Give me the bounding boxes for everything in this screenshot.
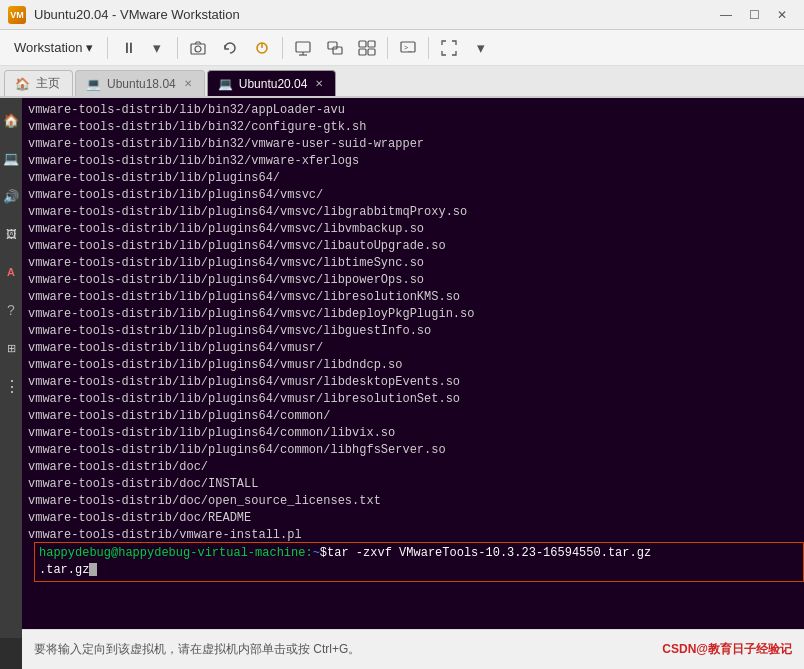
fullscreen-button[interactable] [435,34,463,62]
terminal-line: vmware-tools-distrib/lib/plugins64/vmsvc… [28,221,798,238]
sidebar: 🏠 💻 🔊 🖼 A ? ⊞ ⋮ [0,98,22,638]
menu-separator-2 [177,37,178,59]
unity-button[interactable]: ▾ [467,34,495,62]
prompt-symbol: $ [320,545,327,562]
status-bar: 要将输入定向到该虚拟机，请在虚拟机内部单击或按 Ctrl+G。 CSDN@教育日… [22,629,804,669]
vm-icon-2 [326,39,344,57]
menu-separator-4 [387,37,388,59]
tab-ubuntu20[interactable]: 💻 Ubuntu20.04 ✕ [207,70,337,96]
svg-rect-10 [368,41,375,47]
prompt-box: happydebug@happydebug-virtual-machine:~$… [34,542,804,582]
tab-home-icon: 🏠 [15,77,30,91]
minimize-button[interactable]: — [712,5,740,25]
workstation-chevron: ▾ [86,40,93,55]
status-text: 要将输入定向到该虚拟机，请在虚拟机内部单击或按 Ctrl+G。 [34,641,662,658]
terminal-line: vmware-tools-distrib/lib/plugins64/vmusr… [28,357,798,374]
vm-icon-3 [358,39,376,57]
prompt-dir: ~ [313,545,320,562]
status-brand[interactable]: CSDN@教育日子经验记 [662,641,792,658]
terminal-line: vmware-tools-distrib/lib/plugins64/vmusr… [28,340,798,357]
console-icon: >_ [399,39,417,57]
terminal-line: vmware-tools-distrib/lib/plugins64/vmsvc… [28,187,798,204]
tab-home[interactable]: 🏠 主页 [4,70,73,96]
terminal-line: vmware-tools-distrib/doc/README [28,510,798,527]
close-button[interactable]: ✕ [768,5,796,25]
prompt-user: happydebug@happydebug-virtual-machine [39,545,305,562]
toolbar-group-media: ⏸ ▾ [114,34,171,62]
terminal-line: vmware-tools-distrib/lib/plugins64/vmsvc… [28,255,798,272]
svg-rect-11 [359,49,366,55]
menu-separator-5 [428,37,429,59]
vm-button-1[interactable] [289,34,317,62]
terminal-line: vmware-tools-distrib/lib/plugins64/vmusr… [28,391,798,408]
prompt-cmd: tar -zxvf VMwareTools-10.3.23-16594550.t… [327,545,651,562]
snapshot-icon [189,39,207,57]
power-button[interactable] [248,34,276,62]
app-icon: VM [8,6,26,24]
terminal-line: vmware-tools-distrib/lib/plugins64/commo… [28,408,798,425]
tab-ubuntu20-label: Ubuntu20.04 [239,77,308,91]
vm-icon-1 [294,39,312,57]
svg-text:>_: >_ [404,44,412,52]
fullscreen-icon [440,39,458,57]
terminal-line: vmware-tools-distrib/lib/plugins64/vmsvc… [28,238,798,255]
tab-ubuntu18-close[interactable]: ✕ [184,78,192,89]
tab-ubuntu20-close[interactable]: ✕ [315,78,323,89]
prompt-sep: : [305,545,312,562]
tab-ubuntu20-icon: 💻 [218,77,233,91]
terminal-line: vmware-tools-distrib/doc/open_source_lic… [28,493,798,510]
sidebar-image[interactable]: 🖼 [1,216,21,252]
terminal-line: vmware-tools-distrib/lib/plugins64/ [28,170,798,187]
svg-rect-9 [359,41,366,47]
workstation-menu[interactable]: Workstation ▾ [6,36,101,59]
svg-rect-12 [368,49,375,55]
snapshot-button[interactable] [184,34,212,62]
sidebar-vm[interactable]: 💻 [1,140,21,176]
vm-button-2[interactable] [321,34,349,62]
terminal-line: vmware-tools-distrib/doc/ [28,459,798,476]
terminal-line: vmware-tools-distrib/lib/bin32/configure… [28,119,798,136]
terminal-line: vmware-tools-distrib/lib/plugins64/vmsvc… [28,272,798,289]
svg-point-1 [195,46,201,52]
sidebar-audio[interactable]: 🔊 [1,178,21,214]
tabs-bar: 🏠 主页 💻 Ubuntu18.04 ✕ 💻 Ubuntu20.04 ✕ [0,66,804,98]
sidebar-more[interactable]: ⋮ [1,368,21,404]
terminal-line-2: .tar.gz [39,562,799,579]
menu-bar: Workstation ▾ ⏸ ▾ [0,30,804,66]
terminal-line: vmware-tools-distrib/lib/plugins64/commo… [28,425,798,442]
sidebar-terminal[interactable]: ⊞ [1,330,21,366]
terminal-line: vmware-tools-distrib/lib/plugins64/vmsvc… [28,306,798,323]
terminal-line: vmware-tools-distrib/lib/plugins64/vmsvc… [28,323,798,340]
power-icon [253,39,271,57]
tab-ubuntu18-icon: 💻 [86,77,101,91]
maximize-button[interactable]: ☐ [740,5,768,25]
sidebar-home[interactable]: 🏠 [1,102,21,138]
menu-separator-1 [107,37,108,59]
terminal[interactable]: vmware-tools-distrib/lib/bin32/appLoader… [22,98,804,629]
terminal-line: vmware-tools-distrib/lib/bin32/appLoader… [28,102,798,119]
terminal-line: vmware-tools-distrib/lib/bin32/vmware-xf… [28,153,798,170]
pause-chevron[interactable]: ▾ [143,34,171,62]
window-controls: — ☐ ✕ [712,5,796,25]
terminal-line: vmware-tools-distrib/lib/plugins64/commo… [28,442,798,459]
console-button[interactable]: >_ [394,34,422,62]
tab-ubuntu18-label: Ubuntu18.04 [107,77,176,91]
cursor-block [89,563,97,576]
revert-button[interactable] [216,34,244,62]
sidebar-store[interactable]: A [1,254,21,290]
pause-button[interactable]: ⏸ [114,34,142,62]
terminal-line: vmware-tools-distrib/lib/bin32/vmware-us… [28,136,798,153]
tab-home-label: 主页 [36,75,60,92]
menu-separator-3 [282,37,283,59]
revert-icon [221,39,239,57]
svg-rect-4 [296,42,310,52]
workstation-label: Workstation [14,40,82,55]
terminal-line: vmware-tools-distrib/doc/INSTALL [28,476,798,493]
sidebar-help[interactable]: ? [1,292,21,328]
title-bar: VM Ubuntu20.04 - VMware Workstation — ☐ … [0,0,804,30]
vm-button-3[interactable] [353,34,381,62]
terminal-line: vmware-tools-distrib/lib/plugins64/vmsvc… [28,289,798,306]
terminal-line: vmware-tools-distrib/lib/plugins64/vmusr… [28,374,798,391]
terminal-line: vmware-tools-distrib/lib/plugins64/vmsvc… [28,204,798,221]
tab-ubuntu18[interactable]: 💻 Ubuntu18.04 ✕ [75,70,205,96]
